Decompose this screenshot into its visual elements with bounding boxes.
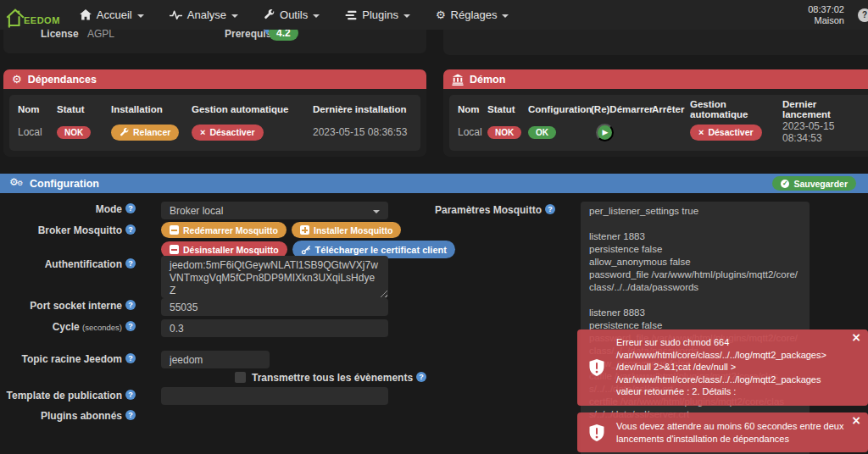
dependances-header: ⚙ Dépendances <box>3 69 426 89</box>
shield-exclamation-icon <box>588 358 605 377</box>
stream-icon <box>345 10 357 20</box>
toast-message: Vous devez attendre au moins 60 secondes… <box>616 420 846 445</box>
col-derniere-installation: Dernière installation <box>313 104 412 114</box>
chevron-down-icon <box>313 14 320 18</box>
chevron-down-icon <box>403 14 410 18</box>
topic-racine-label: Topic racine Jeedom? <box>0 353 136 365</box>
plus-square-icon <box>300 225 309 235</box>
port-socket-input[interactable] <box>161 298 388 316</box>
help-icon[interactable]: ? <box>125 258 136 269</box>
dep-last-install: 2023-05-15 08:36:53 <box>313 126 412 138</box>
authentification-label: Authentification? <box>0 258 136 270</box>
plugins-abonnes-label: Plugins abonnés? <box>0 410 136 422</box>
col-installation: Installation <box>111 104 192 114</box>
configuration-title: Configuration <box>30 178 99 190</box>
demon-panel: Démon Nom Statut Configuration (Re)Démar… <box>443 69 868 157</box>
help-icon[interactable]: ? <box>125 390 136 400</box>
play-icon: ▶ <box>603 128 609 136</box>
dep-status-badge: NOK <box>57 126 91 139</box>
cycle-label: Cycle (secondes)? <box>0 321 136 333</box>
help-icon[interactable]: ? <box>125 300 136 310</box>
close-icon[interactable]: × <box>851 414 861 427</box>
help-icon[interactable]: ? <box>125 203 136 213</box>
gear-icon: ⚙ <box>436 8 446 21</box>
help-icon[interactable]: ? <box>125 410 136 420</box>
mode-select[interactable]: Broker local <box>161 202 388 219</box>
close-icon: × <box>698 127 704 137</box>
nav-analyse[interactable]: Analyse <box>157 0 251 30</box>
navbar: EEDOM Accueil Analyse Outils Plugins ⚙ R… <box>0 0 868 30</box>
col-configuration: Configuration <box>528 104 591 114</box>
nav-plugins[interactable]: Plugins <box>332 0 423 30</box>
license-label: License <box>41 28 79 40</box>
demon-config-badge: OK <box>528 126 556 139</box>
close-icon[interactable]: × <box>851 331 861 344</box>
save-button[interactable]: ✓ Sauvegarder <box>772 176 856 191</box>
clock-widget[interactable]: 08:37:02 Maison <box>808 4 844 26</box>
nav-outils[interactable]: Outils <box>251 0 332 30</box>
help-icon[interactable]: ? <box>125 353 136 363</box>
chevron-down-icon <box>502 14 509 18</box>
error-toast: Erreur sur sudo chmod 664 /var/www/html/… <box>577 329 868 406</box>
transmit-all-events-checkbox[interactable] <box>235 372 246 383</box>
port-socket-label: Port socket interne? <box>0 300 136 312</box>
nav-reglages[interactable]: ⚙ Réglages <box>423 0 522 30</box>
dependances-table: Nom Statut Installation Gestion automati… <box>9 95 420 151</box>
col-arreter: Arrêter <box>652 104 690 114</box>
cogs-icon: ⚙⚙ <box>9 177 24 190</box>
bank-icon <box>452 74 464 86</box>
relancer-button[interactable]: Relancer <box>111 125 179 141</box>
demon-title: Démon <box>470 74 505 86</box>
dep-desactiver-button[interactable]: × Désactiver <box>192 125 264 141</box>
key-icon <box>301 245 311 255</box>
transmit-all-events-label: Transmettre tous les évènements? <box>252 372 426 384</box>
col-statut: Statut <box>487 104 528 114</box>
template-publication-label: Template de publication? <box>0 390 136 401</box>
col-nom: Nom <box>458 104 487 114</box>
logo-text: EEDOM <box>24 15 60 25</box>
home-icon <box>80 9 92 20</box>
template-publication-input[interactable] <box>161 387 388 405</box>
dependances-panel: ⚙ Dépendances Nom Statut Installation Ge… <box>3 69 426 157</box>
help-icon[interactable]: ? <box>125 321 136 331</box>
topic-racine-input[interactable] <box>161 351 270 368</box>
nav-accueil[interactable]: Accueil <box>67 0 157 30</box>
jeedom-plugin-page: License AGPL Prerequis ▾ 4.2 ⚙ Dépendanc… <box>0 0 868 454</box>
table-row: Local NOK OK ▶ × Désactiver <box>458 119 863 145</box>
jeedom-logo[interactable]: EEDOM <box>4 0 60 30</box>
gear-icon: ⚙ <box>12 73 22 86</box>
cycle-input[interactable] <box>161 319 388 337</box>
chevron-down-icon <box>137 14 144 18</box>
license-value: AGPL <box>87 28 114 40</box>
install-mosquitto-button[interactable]: Installer Mosquitto <box>292 222 401 238</box>
chevron-down-icon <box>373 210 380 213</box>
table-row: Local NOK Relancer × Désactiver <box>18 119 412 145</box>
dep-nom: Local <box>18 126 57 138</box>
help-icon[interactable]: ? <box>125 224 136 235</box>
minus-square-icon <box>170 225 179 235</box>
wrench-icon <box>120 128 129 137</box>
col-redemarrer: (Re)Démarrer <box>591 104 652 114</box>
demon-nom: Local <box>458 126 487 138</box>
chevron-down-icon <box>231 14 238 18</box>
help-button[interactable]: ? <box>858 8 868 22</box>
warning-toast: Vous devez attendre au moins 60 secondes… <box>577 412 868 452</box>
restart-mosquitto-button[interactable]: Redémarrer Mosquitto <box>161 222 287 238</box>
minus-square-icon <box>170 245 179 254</box>
pulse-icon <box>170 9 182 20</box>
authentification-textarea[interactable]: jeedom:5mF6iQtGeywNLATl1SB9QGtwVXj7wVNTm… <box>161 256 388 298</box>
object-name: Maison <box>808 15 844 26</box>
col-statut: Statut <box>57 104 111 114</box>
demon-table: Nom Statut Configuration (Re)Démarrer Ar… <box>449 95 868 151</box>
help-icon[interactable]: ? <box>545 204 555 214</box>
configuration-header: ⚙⚙ Configuration ✓ Sauvegarder <box>0 174 868 193</box>
demon-desactiver-button[interactable]: × Désactiver <box>690 125 762 141</box>
broker-mosquitto-label: Broker Mosquitto? <box>0 224 136 236</box>
close-icon: × <box>200 127 205 137</box>
col-nom: Nom <box>18 104 57 114</box>
col-dernier-lancement: Dernier lancement <box>782 99 863 119</box>
help-icon[interactable]: ? <box>416 372 426 382</box>
clock-time: 08:37:02 <box>808 4 844 15</box>
start-daemon-button[interactable]: ▶ <box>596 124 614 141</box>
toast-message: Erreur sur sudo chmod 664 /var/www/html/… <box>616 337 826 396</box>
